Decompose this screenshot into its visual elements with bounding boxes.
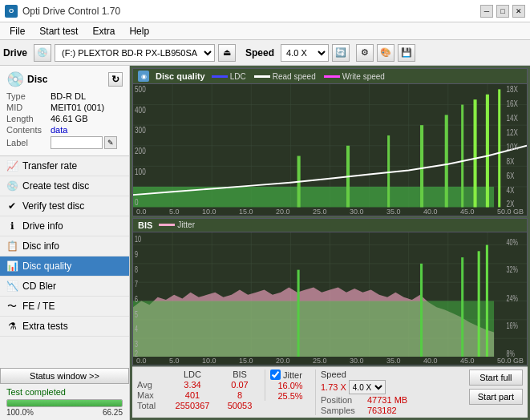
menu-help[interactable]: Help xyxy=(123,24,156,38)
x2-label-45: 45.0 xyxy=(460,357,475,365)
sidebar-item-label-verify-test-disc: Verify test disc xyxy=(22,200,84,212)
minimize-button[interactable]: ─ xyxy=(480,5,493,18)
disc-contents-row: Contents data xyxy=(6,125,123,135)
stats-max-row: Max 401 8 xyxy=(137,390,260,400)
settings-button[interactable]: ⚙ xyxy=(356,44,374,62)
disc-length-row: Length 46.61 GB xyxy=(6,114,123,123)
stats-panel: LDC BIS Avg 3.34 0.07 Max 401 8 Total xyxy=(132,366,528,418)
drive-icon-button[interactable]: 💿 xyxy=(34,44,51,62)
svg-rect-21 xyxy=(474,99,477,207)
stats-total-label: Total xyxy=(137,401,165,410)
stats-speed: Speed 1.73 X 4.0 X Position 47731 MB Sam… xyxy=(315,370,407,415)
jitter-checkbox[interactable] xyxy=(270,370,281,380)
sidebar-item-disc-quality[interactable]: 📊 Disc quality xyxy=(0,256,129,277)
position-val: 47731 MB xyxy=(367,395,407,405)
disc-refresh-button[interactable]: ↻ xyxy=(108,72,123,87)
sidebar-item-label-fe-te: FE / TE xyxy=(22,301,55,312)
stats-total-bis: 50053 xyxy=(220,401,260,410)
speed-select[interactable]: 4.0 X xyxy=(281,44,329,62)
x-label-25: 25.0 xyxy=(313,208,327,216)
sidebar-item-label-drive-info: Drive info xyxy=(22,220,63,232)
refresh-button[interactable]: 🔄 xyxy=(332,44,350,62)
status-window-button[interactable]: Status window >> xyxy=(0,368,129,384)
svg-text:400: 400 xyxy=(135,106,146,115)
svg-text:6: 6 xyxy=(135,294,138,304)
status-text: Test completed xyxy=(6,387,123,397)
x2-label-20: 20.0 xyxy=(276,357,290,365)
svg-text:16%: 16% xyxy=(506,321,517,330)
cd-bler-icon: 📉 xyxy=(6,281,18,292)
disc-panel: 💿 Disc ↻ Type BD-R DL MID MEIT01 (001) L… xyxy=(0,66,129,156)
svg-rect-58 xyxy=(461,257,463,357)
legend-jitter-label: Jitter xyxy=(177,220,195,229)
status-bar-bottom: Test completed 100.0% 66.25 xyxy=(0,384,129,420)
disc-type-row: Type BD-R DL xyxy=(6,91,123,101)
svg-text:0: 0 xyxy=(135,198,139,207)
svg-rect-59 xyxy=(478,251,480,357)
svg-text:10: 10 xyxy=(135,234,141,244)
chart1-icon: ◉ xyxy=(138,71,149,82)
sidebar-item-cd-bler[interactable]: 📉 CD Bler xyxy=(0,277,129,297)
jitter-header: Jitter xyxy=(270,370,310,380)
sidebar-item-verify-test-disc[interactable]: ✔ Verify test disc xyxy=(0,196,129,216)
disc-label-input[interactable] xyxy=(51,136,103,149)
title-bar-left: O Opti Drive Control 1.70 xyxy=(5,5,120,18)
x-label-5: 5.0 xyxy=(169,208,180,216)
progress-bar xyxy=(6,399,123,407)
close-button[interactable]: ✕ xyxy=(512,5,525,18)
color-button[interactable]: 🎨 xyxy=(377,44,394,62)
verify-test-disc-icon: ✔ xyxy=(6,200,18,212)
drive-info-icon: ℹ xyxy=(6,220,18,232)
svg-text:2X: 2X xyxy=(506,200,514,208)
chart2-title: BIS xyxy=(138,220,152,230)
start-full-button[interactable]: Start full xyxy=(469,370,523,386)
app-title: Opti Drive Control 1.70 xyxy=(22,6,120,17)
legend-read-label: Read speed xyxy=(273,72,316,81)
legend-jitter-color xyxy=(159,224,175,226)
menu-file[interactable]: File xyxy=(3,24,31,38)
disc-icon: 💿 xyxy=(6,71,24,88)
start-part-button[interactable]: Start part xyxy=(469,389,523,405)
stats-total-row: Total 2550367 50053 xyxy=(137,401,260,410)
x2-label-15: 15.0 xyxy=(239,357,253,365)
x-label-30: 30.0 xyxy=(350,208,364,216)
x2-label-30: 30.0 xyxy=(350,357,364,365)
disc-title: Disc xyxy=(27,74,47,85)
menu-extra[interactable]: Extra xyxy=(86,24,121,38)
bis-jitter-chart: BIS Jitter xyxy=(132,218,528,366)
stats-jitter: Jitter 16.0% 25.5% xyxy=(265,370,310,401)
menu-start-test[interactable]: Start test xyxy=(33,24,84,38)
disc-label-edit-button[interactable]: ✎ xyxy=(104,136,117,149)
extra-tests-icon: ⚗ xyxy=(6,321,18,332)
sidebar-item-fe-te[interactable]: 〜 FE / TE xyxy=(0,297,129,317)
legend-write-speed: Write speed xyxy=(324,72,385,81)
x2-label-25: 25.0 xyxy=(313,357,327,365)
sidebar-item-extra-tests[interactable]: ⚗ Extra tests xyxy=(0,317,129,337)
stats-avg-bis: 0.07 xyxy=(220,380,260,390)
svg-rect-57 xyxy=(420,263,423,357)
menu-bar: File Start test Extra Help xyxy=(0,22,530,40)
drive-select[interactable]: (F:) PLEXTOR BD-R PX-LB950SA 1.06 xyxy=(55,44,215,62)
svg-text:8: 8 xyxy=(135,265,138,274)
disc-type-key: Type xyxy=(6,91,51,101)
app-window: O Opti Drive Control 1.70 ─ □ ✕ File Sta… xyxy=(0,0,530,420)
svg-text:500: 500 xyxy=(135,85,146,94)
jitter-col-label: Jitter xyxy=(283,370,302,380)
stats-max-jitter: 25.5% xyxy=(270,391,310,401)
transfer-rate-icon: 📈 xyxy=(6,160,18,172)
save-button[interactable]: 💾 xyxy=(398,44,415,62)
svg-text:100: 100 xyxy=(135,168,146,176)
sidebar-item-transfer-rate[interactable]: 📈 Transfer rate xyxy=(0,156,129,176)
sidebar-item-create-test-disc[interactable]: 💿 Create test disc xyxy=(0,176,129,196)
sidebar-item-disc-info[interactable]: 📋 Disc info xyxy=(0,236,129,256)
speed-select-stats[interactable]: 4.0 X xyxy=(349,380,386,394)
jitter-avg-row: 16.0% xyxy=(270,381,310,390)
eject-button[interactable]: ⏏ xyxy=(218,44,236,62)
sidebar-item-drive-info[interactable]: ℹ Drive info xyxy=(0,216,129,236)
stats-max-label: Max xyxy=(137,390,165,400)
legend-ldc-color xyxy=(212,75,228,78)
stats-avg-ldc: 3.34 xyxy=(168,380,216,390)
chart1-title: Disc quality xyxy=(156,71,205,81)
sidebar-nav: 📈 Transfer rate 💿 Create test disc ✔ Ver… xyxy=(0,156,129,337)
maximize-button[interactable]: □ xyxy=(496,5,509,18)
